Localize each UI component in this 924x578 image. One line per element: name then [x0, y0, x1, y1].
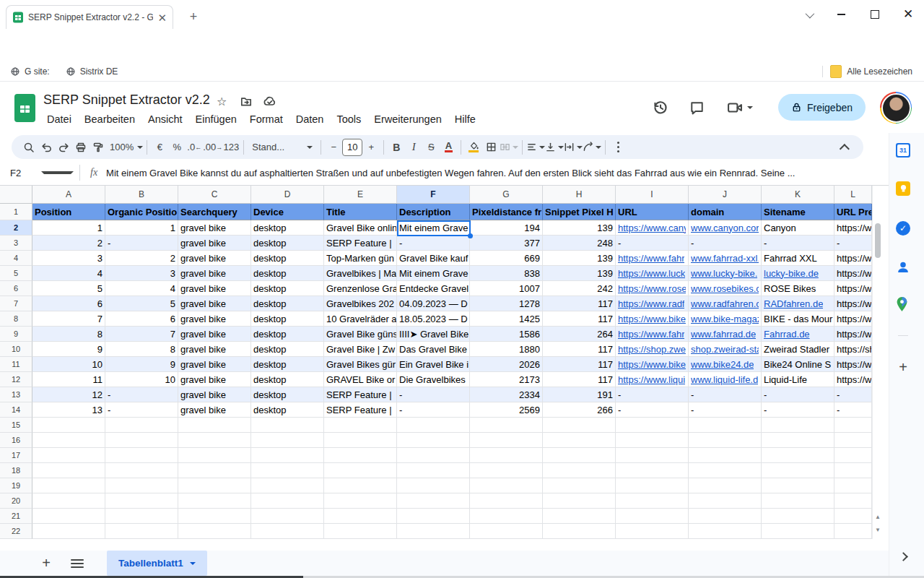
- cell[interactable]: [834, 463, 872, 478]
- account-avatar[interactable]: [880, 92, 912, 124]
- cell[interactable]: -: [834, 387, 872, 402]
- cell[interactable]: 2569: [470, 402, 543, 418]
- cell[interactable]: desktop: [251, 251, 324, 266]
- cell[interactable]: [470, 509, 543, 524]
- cell[interactable]: 18.05.2023 — D: [397, 311, 470, 327]
- cell[interactable]: 04.09.2023 — D: [397, 296, 470, 311]
- row-header-20[interactable]: 20: [0, 493, 32, 509]
- row-header-8[interactable]: 8: [0, 311, 32, 327]
- menu-datei[interactable]: Datei: [40, 111, 78, 127]
- cell[interactable]: [251, 493, 324, 509]
- cell-link[interactable]: www.canyon.cor: [691, 223, 759, 233]
- cell[interactable]: desktop: [251, 281, 324, 296]
- cell[interactable]: gravel bike: [178, 251, 251, 266]
- cell[interactable]: [105, 418, 178, 433]
- increase-font-size-button[interactable]: +: [362, 138, 380, 157]
- select-all-corner[interactable]: [0, 186, 32, 204]
- all-bookmarks-button[interactable]: Alle Lesezeichen: [822, 65, 912, 78]
- cell[interactable]: [105, 524, 178, 539]
- cell-link[interactable]: www.bike24.de: [691, 359, 754, 370]
- cell[interactable]: desktop: [251, 387, 324, 402]
- vertical-align-button[interactable]: [545, 138, 564, 157]
- horizontal-align-button[interactable]: [526, 138, 545, 157]
- cell[interactable]: [397, 448, 470, 463]
- cell[interactable]: BIKE - das Mour: [762, 311, 834, 327]
- menu-bearbeiten[interactable]: Bearbeiten: [78, 111, 141, 127]
- cell[interactable]: 4: [105, 281, 178, 296]
- cell[interactable]: 5: [105, 296, 178, 311]
- cell[interactable]: -: [834, 236, 872, 251]
- cell[interactable]: 11: [32, 372, 105, 387]
- cell[interactable]: desktop: [251, 327, 324, 342]
- cell[interactable]: 194: [470, 220, 543, 236]
- cell[interactable]: SERP Feature |: [324, 402, 397, 418]
- font-size-input[interactable]: 10: [342, 139, 362, 156]
- cell[interactable]: [397, 509, 470, 524]
- toolbar-search-icon[interactable]: [20, 138, 38, 157]
- tasks-icon[interactable]: ✓: [896, 221, 910, 236]
- cell[interactable]: -: [397, 236, 470, 251]
- cell[interactable]: Mit einem Grave: [397, 266, 470, 281]
- cell[interactable]: [251, 418, 324, 433]
- cell[interactable]: Gravel Bike güns: [324, 327, 397, 342]
- header-cell[interactable]: Position: [32, 204, 105, 220]
- cell[interactable]: [251, 478, 324, 493]
- cell[interactable]: [105, 463, 178, 478]
- cell[interactable]: www.bike24.de: [689, 357, 762, 372]
- cell[interactable]: gravel bike: [178, 296, 251, 311]
- redo-icon[interactable]: [55, 138, 72, 157]
- row-header-5[interactable]: 5: [0, 266, 32, 281]
- cell[interactable]: 10: [105, 372, 178, 387]
- row-header-6[interactable]: 6: [0, 281, 32, 296]
- cell[interactable]: [543, 524, 616, 539]
- cell[interactable]: [762, 524, 834, 539]
- cell[interactable]: 242: [543, 281, 616, 296]
- cell[interactable]: https://w: [834, 372, 872, 387]
- cell[interactable]: [178, 448, 251, 463]
- row-header-21[interactable]: 21: [0, 509, 32, 524]
- cell[interactable]: desktop: [251, 357, 324, 372]
- maps-icon[interactable]: [896, 296, 910, 311]
- row-header-19[interactable]: 19: [0, 478, 32, 493]
- cell[interactable]: [324, 463, 397, 478]
- cell[interactable]: Gravel Bike | Zw: [324, 342, 397, 357]
- cell[interactable]: https://w: [834, 357, 872, 372]
- cell[interactable]: 9: [105, 357, 178, 372]
- cell[interactable]: 4: [32, 266, 105, 281]
- text-color-button[interactable]: A: [440, 138, 457, 157]
- cell[interactable]: https://www.fahr: [616, 327, 689, 342]
- scroll-down-arrow[interactable]: ▼: [873, 527, 882, 533]
- cell[interactable]: https://w: [834, 296, 872, 311]
- cell[interactable]: https://shop.zwe: [616, 342, 689, 357]
- paint-format-icon[interactable]: [90, 138, 107, 157]
- tab-search-icon[interactable]: [798, 9, 819, 20]
- cell[interactable]: Das Gravel Bike: [397, 342, 470, 357]
- cell[interactable]: 117: [543, 311, 616, 327]
- cell[interactable]: 266: [543, 402, 616, 418]
- scroll-up-arrow[interactable]: ▲: [873, 514, 882, 520]
- menu-erweiterungen[interactable]: Erweiterungen: [367, 111, 448, 127]
- cell[interactable]: https://www.radf: [616, 296, 689, 311]
- cell[interactable]: desktop: [251, 266, 324, 281]
- row-header-7[interactable]: 7: [0, 296, 32, 311]
- cell[interactable]: [470, 493, 543, 509]
- cell[interactable]: [543, 463, 616, 478]
- fill-color-button[interactable]: [465, 138, 482, 157]
- cell[interactable]: [32, 463, 105, 478]
- cell[interactable]: [324, 493, 397, 509]
- cell[interactable]: www.rosebikes.c: [689, 281, 762, 296]
- cell[interactable]: desktop: [251, 402, 324, 418]
- cell[interactable]: [762, 418, 834, 433]
- cell[interactable]: SERP Feature |: [324, 387, 397, 402]
- row-header-17[interactable]: 17: [0, 448, 32, 463]
- cell[interactable]: 1278: [470, 296, 543, 311]
- cell[interactable]: [543, 478, 616, 493]
- undo-icon[interactable]: [38, 138, 55, 157]
- cell[interactable]: Ein Gravel Bike i: [397, 357, 470, 372]
- header-cell[interactable]: URL: [616, 204, 689, 220]
- menu-hilfe[interactable]: Hilfe: [448, 111, 482, 127]
- column-header-A[interactable]: A: [32, 186, 105, 204]
- cell[interactable]: [105, 509, 178, 524]
- cell[interactable]: https://w: [834, 327, 872, 342]
- cell[interactable]: www.bike-magaz: [689, 311, 762, 327]
